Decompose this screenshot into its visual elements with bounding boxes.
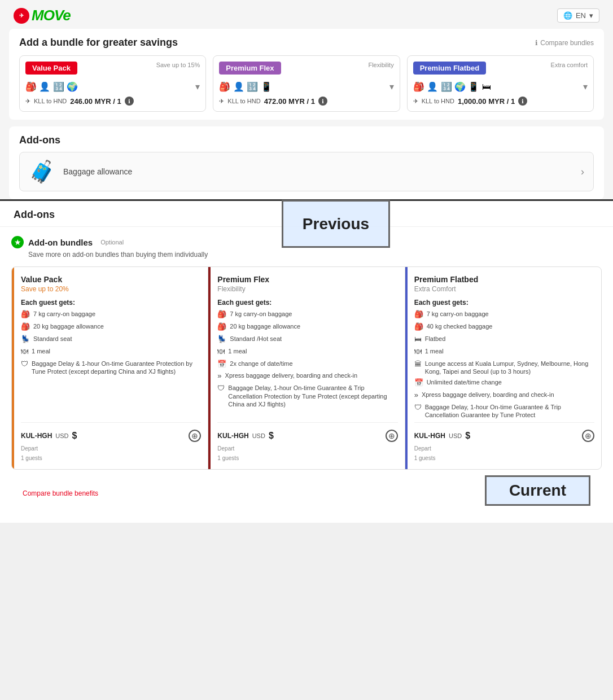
bc-card-premium-flex: Premium Flex Flexibility Each guest gets…: [208, 267, 405, 469]
star-icon: ★: [11, 236, 24, 248]
bc-value-guests: 1 guests: [21, 455, 42, 461]
bc-flex-footer: KUL-HGH USD $ ⊕ Depart 1 guests: [217, 422, 397, 461]
perk-item: 💺Standard seat: [21, 335, 201, 344]
value-pack-badge: Value Pack: [25, 62, 77, 75]
bc-value-footer: KUL-HGH USD $ ⊕ Depart 1 guests: [21, 422, 201, 461]
bc-flex-guests: 1 guests: [217, 455, 239, 461]
bundle-cards: Value Pack Save up to 15% 🎒 👤 🔢 🌍 ▾ ✈ KL…: [19, 55, 594, 112]
bc-flex-each-guest: Each guest gets:: [217, 299, 397, 307]
bc-flatbed-footer: KUL-HGH USD $ ⊕ Depart 1 guests: [414, 422, 594, 461]
logo: ✈ MOVe: [14, 7, 71, 24]
addons-title-top: Add-ons: [19, 134, 594, 146]
baggage-row[interactable]: 🧳 Baggage allowance ›: [19, 152, 594, 191]
perk-item: 💺Standard /Hot seat: [217, 335, 397, 344]
bc-flatbed-route: KUL-HGH: [414, 432, 445, 440]
bc-flex-price: $: [269, 431, 274, 441]
bundle-compare-cards: Value Pack Save up to 20% Each guest get…: [11, 266, 602, 470]
bc-flex-depart: Depart: [217, 445, 397, 452]
bc-flex-add-button[interactable]: ⊕: [386, 430, 398, 442]
bc-flatbed-each-guest: Each guest gets:: [414, 299, 594, 307]
logo-text: MOVe: [32, 7, 71, 24]
addon-bundles-subtitle: Save more on add-on bundles than buying …: [28, 251, 602, 259]
bundle-card-premium-flatbed[interactable]: Premium Flatbed Extra comfort 🎒 👤 🔢 🌍 📱 …: [407, 55, 594, 112]
premium-flex-price-row: ✈ KLL to HND 472.00 MYR / 1 ℹ: [219, 97, 393, 106]
perk-item: 🛡Baggage Delay, 1-hour On-time Guarantee…: [217, 384, 397, 408]
perk-item: 📅2x change of date/time: [217, 360, 397, 369]
premium-flex-subtitle: Flexibility: [368, 62, 393, 68]
bc-value-title: Value Pack: [21, 275, 201, 284]
addon-bundles-header: ★ Add-on bundles Optional: [11, 236, 602, 248]
addons-inner: ★ Add-on bundles Optional Save more on a…: [0, 227, 613, 523]
bc-flatbed-title: Premium Flatbed: [414, 275, 594, 284]
bc-value-subtitle: Save up to 20%: [21, 285, 201, 293]
compare-bundles-link[interactable]: ℹ Compare bundles: [535, 39, 594, 47]
logo-icon: ✈: [14, 8, 29, 24]
bc-value-depart: Depart: [21, 445, 201, 452]
perk-item: 🛡Baggage Delay & 1-hour On-time Guarante…: [21, 360, 201, 376]
bc-value-price: $: [72, 431, 77, 441]
value-pack-icons: 🎒 👤 🔢 🌍 ▾: [25, 81, 200, 92]
premium-flex-badge: Premium Flex: [219, 62, 281, 75]
perk-item: »Xpress baggage delivery, boarding and c…: [217, 371, 397, 381]
bc-flex-currency: USD: [252, 432, 265, 439]
bc-flatbed-currency: USD: [449, 432, 462, 439]
bundle-section: Add a bundle for greater savings ℹ Compa…: [9, 29, 604, 120]
addons-section-top: Add-ons 🧳 Baggage allowance ›: [9, 126, 604, 199]
perk-item: 📅Unlimited date/time change: [414, 378, 594, 388]
perk-item: 🛡Baggage Delay, 1-hour On-time Guarantee…: [414, 403, 594, 419]
bottom-section: Add-ons ★ Add-on bundles Optional Save m…: [0, 201, 613, 523]
lang-label: EN: [576, 11, 586, 20]
bc-card-premium-flatbed: Premium Flatbed Extra Comfort Each guest…: [405, 267, 601, 469]
premium-flatbed-price-row: ✈ KLL to HND 1,000.00 MYR / 1 ℹ: [413, 97, 588, 106]
bc-flex-route: KUL-HGH: [217, 432, 248, 440]
chevron-down-icon: ▾: [589, 11, 593, 20]
bc-value-currency: USD: [55, 432, 68, 439]
globe-icon: 🌐: [563, 11, 572, 20]
optional-badge: Optional: [100, 239, 124, 246]
perk-item: 🎒7 kg carry-on baggage: [21, 310, 201, 320]
language-selector[interactable]: 🌐 EN ▾: [557, 8, 599, 23]
current-label: Current: [485, 475, 590, 506]
perk-item: 🍽1 meal: [21, 347, 201, 357]
bundle-card-value[interactable]: Value Pack Save up to 15% 🎒 👤 🔢 🌍 ▾ ✈ KL…: [19, 55, 206, 112]
value-pack-price-row: ✈ KLL to HND 246.00 MYR / 1 ℹ: [25, 97, 200, 106]
addon-bundles-title: Add-on bundles: [28, 238, 93, 247]
perk-item: 🎒7 kg carry-on baggage: [414, 310, 594, 320]
bundle-section-title: Add a bundle for greater savings: [19, 37, 178, 49]
bc-flex-subtitle: Flexibility: [217, 285, 397, 293]
bundle-card-premium-flex[interactable]: Premium Flex Flexibility 🎒 👤 🔢 📱 ▾ ✈ KLL…: [213, 55, 400, 112]
perk-item: 🍽1 meal: [414, 347, 594, 357]
value-pack-subtitle: Save up to 15%: [156, 62, 200, 68]
bottom-addons-title: Add-ons: [14, 209, 55, 220]
bottom-addons-header: Add-ons: [0, 201, 613, 227]
baggage-label: Baggage allowance: [63, 167, 132, 176]
bc-flatbed-subtitle: Extra Comfort: [414, 285, 594, 293]
bc-flatbed-price: $: [465, 431, 470, 441]
bc-value-each-guest: Each guest gets:: [21, 299, 201, 307]
bc-flex-title: Premium Flex: [217, 275, 397, 284]
bottom-footer-row: Compare bundle benefits Current: [11, 470, 602, 514]
perk-item: 🛏Flatbed: [414, 335, 594, 344]
bc-flatbed-add-button[interactable]: ⊕: [582, 430, 594, 442]
premium-flatbed-badge: Premium Flatbed: [413, 62, 486, 75]
bc-value-add-button[interactable]: ⊕: [189, 430, 201, 442]
perk-item: »Xpress baggage delivery, boarding and c…: [414, 391, 594, 400]
bc-flatbed-depart: Depart: [414, 445, 594, 452]
perk-item: 🍽1 meal: [217, 347, 397, 357]
bc-value-route: KUL-HGH: [21, 432, 52, 440]
perk-item: 🎒20 kg baggage allowance: [21, 322, 201, 332]
perk-item: 🏛Lounge access at Kuala Lumpur, Sydney, …: [414, 360, 594, 376]
premium-flex-icons: 🎒 👤 🔢 📱 ▾: [219, 81, 393, 92]
premium-flatbed-subtitle: Extra comfort: [551, 62, 588, 68]
perk-item: 🎒7 kg carry-on baggage: [217, 310, 397, 320]
bc-card-value: Value Pack Save up to 20% Each guest get…: [12, 267, 208, 469]
baggage-emoji: 🧳: [29, 159, 55, 184]
baggage-chevron-icon: ›: [581, 166, 584, 178]
bc-flatbed-guests: 1 guests: [414, 455, 436, 461]
info-icon: ℹ: [535, 39, 538, 47]
perk-item: 🎒20 kg baggage allowance: [217, 322, 397, 332]
perk-item: 🎒40 kg checked baggage: [414, 322, 594, 332]
compare-bundle-benefits-link[interactable]: Compare bundle benefits: [23, 489, 98, 497]
premium-flatbed-icons: 🎒 👤 🔢 🌍 📱 🛏 ▾: [413, 81, 588, 92]
